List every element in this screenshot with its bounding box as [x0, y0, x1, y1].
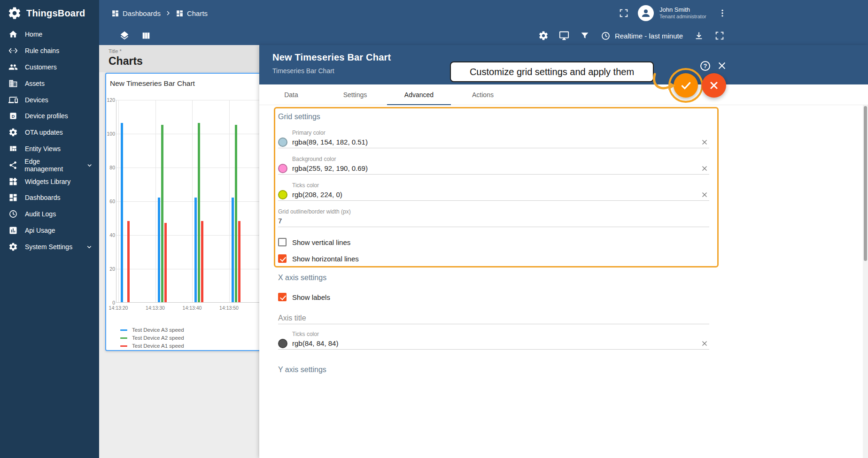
checkbox[interactable]	[278, 293, 287, 301]
field-label: Primary color	[292, 130, 709, 136]
sidebar-item-label: Audit Logs	[25, 210, 56, 218]
checkbox[interactable]	[278, 254, 287, 263]
filter-icon	[580, 31, 590, 41]
entity-views-icon	[8, 144, 18, 153]
dashboard-fullscreen-button[interactable]	[710, 26, 729, 45]
x-tick-label: 14:13:50	[216, 305, 242, 311]
view-columns-icon	[141, 31, 151, 41]
x-ticks-color-input[interactable]: rgb(84, 84, 84)	[278, 337, 709, 350]
close-icon	[700, 138, 709, 146]
sidebar-item-label: Api Usage	[25, 227, 55, 234]
sidebar-item-customers[interactable]: Customers	[0, 59, 99, 76]
x-tick-label: 14:13:40	[179, 305, 205, 311]
gridline	[118, 100, 119, 302]
tab-label: Settings	[343, 91, 367, 99]
sidebar-item-label: Rule chains	[25, 47, 59, 54]
clear-button[interactable]	[700, 339, 709, 348]
breadcrumb-dashboards[interactable]: Dashboards	[111, 9, 161, 17]
dashboards-icon	[111, 9, 119, 17]
x-tick-label: 14:13:20	[105, 305, 132, 311]
export-button[interactable]	[690, 26, 708, 45]
legend-swatch	[120, 329, 127, 331]
breadcrumb-charts[interactable]: Charts	[176, 9, 208, 17]
clear-button[interactable]	[700, 190, 709, 199]
tab-data[interactable]: Data	[259, 84, 323, 105]
sidebar-item-audit-logs[interactable]: Audit Logs	[0, 206, 99, 222]
clear-button[interactable]	[700, 164, 709, 173]
sidebar-item-api-usage[interactable]: Api Usage	[0, 222, 99, 239]
fullscreen-button[interactable]	[615, 5, 632, 22]
grid-outline-width-input[interactable]: 7	[278, 215, 709, 227]
user-info: John Smith Tenant administrator	[659, 6, 708, 20]
legend-item[interactable]: Test Device A1 speed	[120, 343, 184, 349]
tab-advanced[interactable]: Advanced	[387, 84, 451, 105]
bar	[121, 123, 123, 302]
filters-button[interactable]	[575, 26, 594, 45]
color-swatch[interactable]	[278, 137, 287, 147]
y-tick-label: 80	[109, 165, 115, 170]
legend-item[interactable]: Test Device A3 speed	[120, 327, 184, 333]
tab-settings[interactable]: Settings	[323, 84, 387, 105]
help-button[interactable]: ?	[700, 61, 710, 71]
color-swatch[interactable]	[278, 190, 287, 199]
bar	[158, 198, 160, 302]
bar	[161, 125, 163, 302]
widgets-library-icon	[8, 177, 18, 186]
sidebar-item-assets[interactable]: Assets	[0, 75, 99, 92]
sidebar-item-rule-chains[interactable]: Rule chains	[0, 43, 99, 59]
user-role: Tenant administrator	[659, 14, 708, 20]
sidebar-item-edge-management[interactable]: Edge management	[0, 157, 99, 173]
sidebar-item-widgets-library[interactable]: Widgets Library	[0, 173, 99, 190]
manage-states-button[interactable]	[137, 26, 155, 45]
bar	[198, 123, 200, 302]
entity-aliases-button[interactable]	[555, 26, 574, 45]
rule-chains-icon	[8, 46, 18, 55]
scrollbar-thumb[interactable]	[864, 106, 867, 261]
more-menu-button[interactable]	[714, 5, 731, 22]
primary-color-input[interactable]: rgba(89, 154, 182, 0.51)	[278, 136, 709, 148]
dialog-close-button[interactable]	[716, 60, 728, 72]
legend-label: Test Device A3 speed	[132, 327, 184, 333]
tour-decline-button[interactable]	[702, 73, 726, 98]
legend-label: Test Device A1 speed	[132, 343, 184, 349]
sidebar-item-device-profiles[interactable]: D Device profiles	[0, 108, 99, 124]
tab-label: Data	[284, 91, 298, 99]
sidebar-item-devices[interactable]: Devices	[0, 92, 99, 108]
sidebar-item-entity-views[interactable]: Entity Views	[0, 141, 99, 157]
show-labels-checkbox[interactable]: Show labels	[278, 292, 868, 302]
tour-tooltip-text: Customize grid settings and apply them	[470, 67, 634, 77]
sidebar-item-dashboards[interactable]: Dashboards	[0, 190, 99, 206]
legend-swatch	[120, 345, 127, 347]
fullscreen-icon	[714, 31, 725, 41]
user-avatar[interactable]	[638, 5, 654, 21]
svg-text:D: D	[12, 114, 15, 119]
checkbox[interactable]	[278, 238, 287, 246]
axis-title-input[interactable]: Axis title	[278, 312, 709, 324]
person-icon	[640, 8, 651, 19]
sidebar-item-system-settings[interactable]: System Settings	[0, 238, 99, 255]
show-horizontal-lines-checkbox[interactable]: Show horizontal lines	[278, 254, 868, 263]
legend-item[interactable]: Test Device A2 speed	[120, 335, 184, 341]
clear-button[interactable]	[700, 137, 709, 147]
dashboard-settings-button[interactable]	[534, 26, 553, 45]
bar	[127, 221, 130, 302]
sidebar-item-ota-updates[interactable]: OTA updates	[0, 124, 99, 141]
bar	[232, 198, 234, 302]
color-swatch[interactable]	[278, 164, 287, 173]
sidebar-item-label: Edge management	[24, 158, 78, 173]
background-color-input[interactable]: rgba(255, 92, 190, 0.69)	[278, 162, 709, 175]
timewindow-button[interactable]: Realtime - last minute	[596, 26, 688, 45]
axis-title-field: Axis title	[278, 312, 709, 324]
show-vertical-lines-checkbox[interactable]: Show vertical lines	[278, 237, 868, 247]
color-swatch[interactable]	[278, 339, 287, 348]
field-label: Ticks color	[292, 331, 709, 337]
tab-actions[interactable]: Actions	[451, 84, 515, 105]
dialog-tabs: Data Settings Advanced Actions	[259, 84, 868, 105]
app-logo[interactable]: ThingsBoard	[0, 0, 99, 26]
grid-ticks-color-input[interactable]: rgb(208, 224, 0)	[278, 189, 709, 201]
close-icon	[717, 61, 727, 71]
sidebar-item-label: OTA updates	[25, 129, 63, 136]
sidebar-item-home[interactable]: Home	[0, 26, 99, 43]
home-icon	[8, 30, 18, 39]
manage-layouts-button[interactable]	[115, 26, 134, 45]
